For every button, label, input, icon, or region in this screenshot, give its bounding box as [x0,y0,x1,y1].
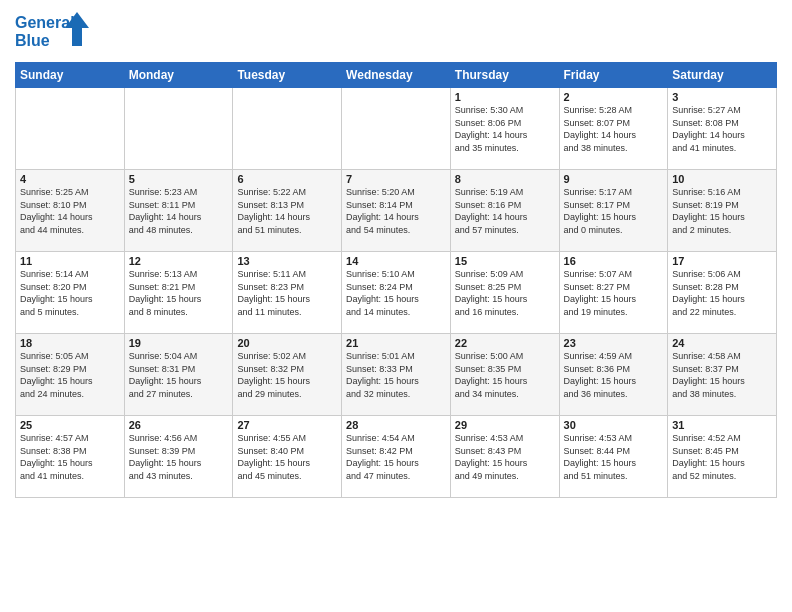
day-number: 29 [455,419,555,431]
day-info: Sunrise: 4:52 AM Sunset: 8:45 PM Dayligh… [672,432,772,482]
logo: General Blue [15,10,97,54]
day-info: Sunrise: 5:14 AM Sunset: 8:20 PM Dayligh… [20,268,120,318]
day-info: Sunrise: 5:25 AM Sunset: 8:10 PM Dayligh… [20,186,120,236]
day-number: 16 [564,255,664,267]
day-number: 24 [672,337,772,349]
calendar-cell: 17Sunrise: 5:06 AM Sunset: 8:28 PM Dayli… [668,252,777,334]
calendar-cell [16,88,125,170]
calendar-cell: 4Sunrise: 5:25 AM Sunset: 8:10 PM Daylig… [16,170,125,252]
day-number: 31 [672,419,772,431]
weekday-header: Tuesday [233,63,342,88]
calendar-cell: 7Sunrise: 5:20 AM Sunset: 8:14 PM Daylig… [342,170,451,252]
calendar-cell: 30Sunrise: 4:53 AM Sunset: 8:44 PM Dayli… [559,416,668,498]
calendar-table: SundayMondayTuesdayWednesdayThursdayFrid… [15,62,777,498]
page-header: General Blue [15,10,777,54]
day-info: Sunrise: 5:04 AM Sunset: 8:31 PM Dayligh… [129,350,229,400]
calendar-cell: 28Sunrise: 4:54 AM Sunset: 8:42 PM Dayli… [342,416,451,498]
calendar-cell: 25Sunrise: 4:57 AM Sunset: 8:38 PM Dayli… [16,416,125,498]
day-number: 27 [237,419,337,431]
day-info: Sunrise: 5:10 AM Sunset: 8:24 PM Dayligh… [346,268,446,318]
logo-icon: General Blue [15,10,95,54]
day-number: 4 [20,173,120,185]
day-number: 7 [346,173,446,185]
calendar-cell: 13Sunrise: 5:11 AM Sunset: 8:23 PM Dayli… [233,252,342,334]
calendar-week-row: 4Sunrise: 5:25 AM Sunset: 8:10 PM Daylig… [16,170,777,252]
day-info: Sunrise: 4:53 AM Sunset: 8:43 PM Dayligh… [455,432,555,482]
day-info: Sunrise: 5:17 AM Sunset: 8:17 PM Dayligh… [564,186,664,236]
calendar-cell: 16Sunrise: 5:07 AM Sunset: 8:27 PM Dayli… [559,252,668,334]
calendar-cell: 19Sunrise: 5:04 AM Sunset: 8:31 PM Dayli… [124,334,233,416]
day-info: Sunrise: 5:07 AM Sunset: 8:27 PM Dayligh… [564,268,664,318]
day-info: Sunrise: 5:05 AM Sunset: 8:29 PM Dayligh… [20,350,120,400]
day-number: 22 [455,337,555,349]
day-info: Sunrise: 5:02 AM Sunset: 8:32 PM Dayligh… [237,350,337,400]
day-number: 17 [672,255,772,267]
calendar-cell: 21Sunrise: 5:01 AM Sunset: 8:33 PM Dayli… [342,334,451,416]
day-info: Sunrise: 4:53 AM Sunset: 8:44 PM Dayligh… [564,432,664,482]
day-number: 14 [346,255,446,267]
day-number: 18 [20,337,120,349]
day-number: 20 [237,337,337,349]
day-number: 23 [564,337,664,349]
day-info: Sunrise: 5:22 AM Sunset: 8:13 PM Dayligh… [237,186,337,236]
day-info: Sunrise: 4:59 AM Sunset: 8:36 PM Dayligh… [564,350,664,400]
calendar-cell [342,88,451,170]
calendar-cell: 24Sunrise: 4:58 AM Sunset: 8:37 PM Dayli… [668,334,777,416]
day-number: 13 [237,255,337,267]
calendar-cell: 18Sunrise: 5:05 AM Sunset: 8:29 PM Dayli… [16,334,125,416]
calendar-cell: 5Sunrise: 5:23 AM Sunset: 8:11 PM Daylig… [124,170,233,252]
calendar-week-row: 1Sunrise: 5:30 AM Sunset: 8:06 PM Daylig… [16,88,777,170]
calendar-cell: 8Sunrise: 5:19 AM Sunset: 8:16 PM Daylig… [450,170,559,252]
calendar-cell: 14Sunrise: 5:10 AM Sunset: 8:24 PM Dayli… [342,252,451,334]
day-number: 25 [20,419,120,431]
day-number: 28 [346,419,446,431]
day-info: Sunrise: 4:58 AM Sunset: 8:37 PM Dayligh… [672,350,772,400]
day-info: Sunrise: 5:30 AM Sunset: 8:06 PM Dayligh… [455,104,555,154]
day-number: 30 [564,419,664,431]
calendar-cell: 15Sunrise: 5:09 AM Sunset: 8:25 PM Dayli… [450,252,559,334]
day-number: 26 [129,419,229,431]
day-number: 8 [455,173,555,185]
day-number: 3 [672,91,772,103]
day-info: Sunrise: 5:13 AM Sunset: 8:21 PM Dayligh… [129,268,229,318]
svg-text:Blue: Blue [15,32,50,49]
day-info: Sunrise: 5:06 AM Sunset: 8:28 PM Dayligh… [672,268,772,318]
day-info: Sunrise: 4:57 AM Sunset: 8:38 PM Dayligh… [20,432,120,482]
calendar-cell: 3Sunrise: 5:27 AM Sunset: 8:08 PM Daylig… [668,88,777,170]
weekday-header: Wednesday [342,63,451,88]
calendar-cell: 1Sunrise: 5:30 AM Sunset: 8:06 PM Daylig… [450,88,559,170]
day-number: 21 [346,337,446,349]
calendar-cell: 10Sunrise: 5:16 AM Sunset: 8:19 PM Dayli… [668,170,777,252]
weekday-header: Monday [124,63,233,88]
day-info: Sunrise: 5:19 AM Sunset: 8:16 PM Dayligh… [455,186,555,236]
calendar-week-row: 11Sunrise: 5:14 AM Sunset: 8:20 PM Dayli… [16,252,777,334]
calendar-cell: 27Sunrise: 4:55 AM Sunset: 8:40 PM Dayli… [233,416,342,498]
day-number: 10 [672,173,772,185]
calendar-cell: 6Sunrise: 5:22 AM Sunset: 8:13 PM Daylig… [233,170,342,252]
day-info: Sunrise: 5:28 AM Sunset: 8:07 PM Dayligh… [564,104,664,154]
calendar-cell: 31Sunrise: 4:52 AM Sunset: 8:45 PM Dayli… [668,416,777,498]
day-number: 12 [129,255,229,267]
calendar-week-row: 25Sunrise: 4:57 AM Sunset: 8:38 PM Dayli… [16,416,777,498]
calendar-cell: 11Sunrise: 5:14 AM Sunset: 8:20 PM Dayli… [16,252,125,334]
calendar-week-row: 18Sunrise: 5:05 AM Sunset: 8:29 PM Dayli… [16,334,777,416]
weekday-header: Saturday [668,63,777,88]
day-info: Sunrise: 5:16 AM Sunset: 8:19 PM Dayligh… [672,186,772,236]
weekday-header: Sunday [16,63,125,88]
day-number: 2 [564,91,664,103]
day-number: 1 [455,91,555,103]
day-number: 19 [129,337,229,349]
day-number: 9 [564,173,664,185]
day-number: 5 [129,173,229,185]
day-info: Sunrise: 5:01 AM Sunset: 8:33 PM Dayligh… [346,350,446,400]
day-info: Sunrise: 5:20 AM Sunset: 8:14 PM Dayligh… [346,186,446,236]
day-number: 15 [455,255,555,267]
calendar-cell: 23Sunrise: 4:59 AM Sunset: 8:36 PM Dayli… [559,334,668,416]
weekday-header: Friday [559,63,668,88]
calendar-cell: 22Sunrise: 5:00 AM Sunset: 8:35 PM Dayli… [450,334,559,416]
weekday-header-row: SundayMondayTuesdayWednesdayThursdayFrid… [16,63,777,88]
day-info: Sunrise: 4:56 AM Sunset: 8:39 PM Dayligh… [129,432,229,482]
calendar-cell: 26Sunrise: 4:56 AM Sunset: 8:39 PM Dayli… [124,416,233,498]
day-info: Sunrise: 5:23 AM Sunset: 8:11 PM Dayligh… [129,186,229,236]
svg-text:General: General [15,14,75,31]
